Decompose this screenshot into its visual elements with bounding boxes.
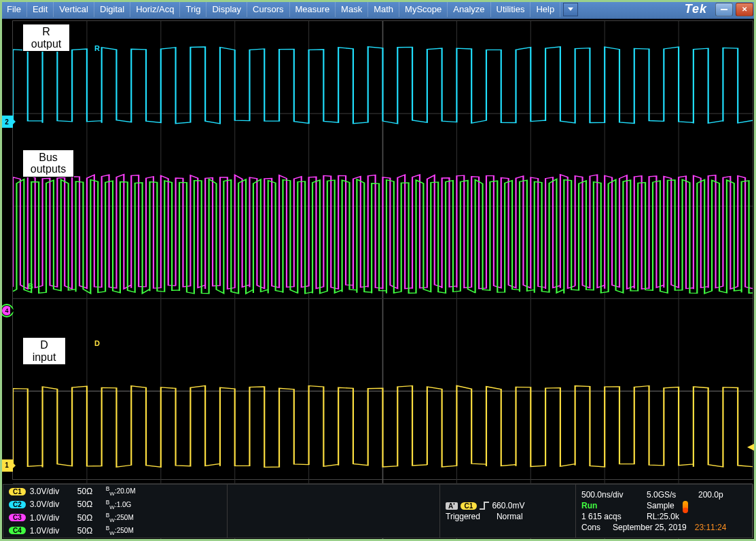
time: 23:11:24 [695, 523, 727, 532]
annotation-r-output: R output [22, 24, 70, 52]
status-spacer [228, 485, 440, 538]
falling-edge-icon [480, 502, 489, 510]
waveforms [13, 21, 753, 479]
sample-mode: Sample [647, 501, 674, 510]
trigger-source-badge: C1 [461, 502, 478, 510]
menu-dropdown-icon[interactable] [563, 3, 578, 16]
menu-digital[interactable]: Digital [94, 1, 130, 17]
channel-3-vdiv: 1.0V/div [30, 513, 73, 523]
status-bar: C1 3.0V/div 50Ω BW:20.0M C2 3.0V/div 50Ω… [3, 484, 753, 538]
menu-file[interactable]: File [1, 1, 27, 17]
channel-1-marker[interactable]: 1 [1, 459, 13, 472]
channel-2-term: 50Ω [77, 500, 102, 509]
menu-display[interactable]: Display [206, 1, 247, 17]
menu-myscope[interactable]: MyScope [399, 1, 448, 17]
timebase-hdiv: 500.0ns/div [581, 490, 643, 500]
menu-mask[interactable]: Mask [336, 1, 368, 17]
brand-logo: Tek [678, 2, 714, 16]
channel-1-bw: BW:20.0M [106, 485, 136, 497]
thermometer-icon [683, 501, 688, 510]
channel-settings-panel: C1 3.0V/div 50Ω BW:20.0M C2 3.0V/div 50Ω… [3, 485, 228, 538]
trigger-mode: Normal [497, 512, 523, 521]
trace-label-d: D [94, 339, 100, 347]
channel-1-vdiv: 3.0V/div [30, 487, 73, 496]
date: September 25, 2019 [613, 523, 687, 532]
timebase-panel[interactable]: 500.0ns/div 5.0GS/s 200.0p Run Sample 1 … [576, 485, 753, 538]
channel-4-term: 50Ω [77, 526, 102, 536]
menu-math[interactable]: Math [368, 1, 399, 17]
cons-label: Cons [581, 523, 609, 532]
channel-2-bw: BW:1.0G [106, 499, 132, 510]
menu-utilities[interactable]: Utilities [491, 1, 531, 17]
channel-4-badge: C4 [9, 527, 26, 534]
channel-1-badge: C1 [9, 488, 26, 495]
trace-label-b: B [28, 282, 33, 290]
channel-4-marker[interactable]: 4 [0, 303, 14, 318]
waveform-display[interactable]: 2 1 4 R output Bus outputs D input R B D [12, 20, 753, 480]
channel-4-row[interactable]: C4 1.0V/div 50Ω BW:250M [9, 525, 221, 536]
annotation-d-input: D input [22, 337, 66, 365]
menu-horiz-acq[interactable]: Horiz/Acq [130, 1, 180, 17]
channel-3-badge: C3 [9, 514, 26, 521]
acq-count: 1 615 acqs [581, 512, 643, 521]
channel-1-row[interactable]: C1 3.0V/div 50Ω BW:20.0M [9, 485, 221, 497]
channel-2-vdiv: 3.0V/div [30, 500, 73, 509]
trigger-level: 660.0mV [492, 501, 524, 510]
trigger-level-arrow-icon[interactable] [747, 444, 754, 451]
trigger-panel[interactable]: A' C1 660.0mV Triggered Normal [440, 485, 576, 538]
channel-2-row[interactable]: C2 3.0V/div 50Ω BW:1.0G [9, 499, 221, 510]
trigger-status: Triggered [446, 512, 480, 521]
channel-3-bw: BW:250M [106, 512, 134, 523]
channel-1-term: 50Ω [77, 487, 102, 496]
channel-2-marker[interactable]: 2 [1, 116, 13, 128]
menu-bar: File Edit Vertical Digital Horiz/Acq Tri… [0, 0, 756, 19]
minimize-button[interactable] [715, 3, 733, 16]
trace-label-r: R [94, 44, 100, 52]
menu-analyze[interactable]: Analyze [448, 1, 490, 17]
menu-cursors[interactable]: Cursors [247, 1, 290, 17]
channel-4-vdiv: 1.0V/div [30, 526, 73, 536]
channel-3-row[interactable]: C3 1.0V/div 50Ω BW:250M [9, 512, 221, 523]
channel-2-badge: C2 [9, 501, 26, 508]
channel-3-term: 50Ω [77, 513, 102, 523]
menu-help[interactable]: Help [530, 1, 560, 17]
run-state: Run [581, 501, 643, 510]
resolution: 200.0p [698, 490, 723, 500]
record-length: RL:25.0k [647, 512, 679, 521]
menu-vertical[interactable]: Vertical [54, 1, 94, 17]
menu-measure[interactable]: Measure [290, 1, 336, 17]
channel-4-bw: BW:250M [106, 525, 134, 536]
sample-rate: 5.0GS/s [647, 490, 694, 500]
menu-edit[interactable]: Edit [27, 1, 54, 17]
trigger-a-badge: A' [446, 502, 458, 510]
close-button[interactable] [736, 3, 753, 16]
annotation-bus-outputs: Bus outputs [22, 150, 74, 177]
menu-trig[interactable]: Trig [180, 1, 206, 17]
